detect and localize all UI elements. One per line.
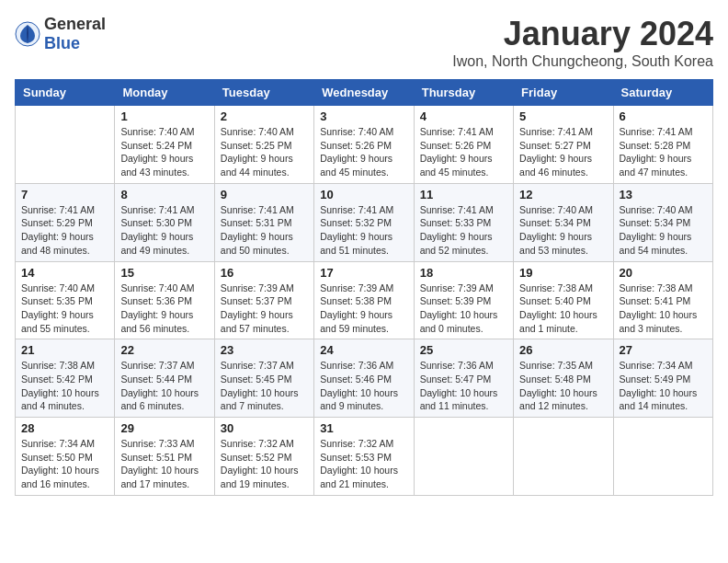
calendar-cell: 26Sunrise: 7:35 AM Sunset: 5:48 PM Dayli… — [514, 339, 613, 418]
weekday-header-tuesday: Tuesday — [214, 80, 313, 106]
logo-blue: Blue — [44, 34, 80, 52]
title-area: January 2024 Iwon, North Chungcheong, So… — [452, 15, 713, 70]
day-number: 15 — [120, 266, 208, 280]
day-info: Sunrise: 7:41 AM Sunset: 5:31 PM Dayligh… — [221, 203, 308, 258]
day-number: 19 — [519, 266, 607, 280]
day-info: Sunrise: 7:33 AM Sunset: 5:51 PM Dayligh… — [120, 437, 208, 491]
week-row-3: 14Sunrise: 7:40 AM Sunset: 5:35 PM Dayli… — [16, 261, 713, 339]
calendar-cell: 2Sunrise: 7:40 AM Sunset: 5:25 PM Daylig… — [214, 106, 313, 184]
day-info: Sunrise: 7:38 AM Sunset: 5:41 PM Dayligh… — [620, 282, 707, 336]
day-info: Sunrise: 7:40 AM Sunset: 5:26 PM Dayligh… — [320, 125, 407, 179]
day-info: Sunrise: 7:36 AM Sunset: 5:47 PM Dayligh… — [420, 359, 507, 413]
day-number: 4 — [420, 109, 507, 123]
calendar-cell — [613, 418, 712, 496]
day-number: 11 — [420, 188, 507, 201]
calendar-cell: 1Sunrise: 7:40 AM Sunset: 5:24 PM Daylig… — [115, 106, 214, 184]
day-number: 20 — [620, 266, 707, 280]
weekday-header-wednesday: Wednesday — [314, 80, 414, 106]
calendar-cell: 14Sunrise: 7:40 AM Sunset: 5:35 PM Dayli… — [16, 261, 115, 339]
day-info: Sunrise: 7:40 AM Sunset: 5:36 PM Dayligh… — [120, 282, 208, 336]
day-info: Sunrise: 7:39 AM Sunset: 5:37 PM Dayligh… — [221, 282, 308, 336]
day-info: Sunrise: 7:38 AM Sunset: 5:40 PM Dayligh… — [519, 282, 607, 336]
calendar-cell: 24Sunrise: 7:36 AM Sunset: 5:46 PM Dayli… — [314, 339, 414, 418]
day-info: Sunrise: 7:37 AM Sunset: 5:45 PM Dayligh… — [221, 359, 308, 413]
logo-icon — [15, 21, 40, 47]
day-info: Sunrise: 7:41 AM Sunset: 5:30 PM Dayligh… — [120, 203, 208, 258]
day-info: Sunrise: 7:40 AM Sunset: 5:34 PM Dayligh… — [620, 203, 707, 258]
day-number: 18 — [420, 266, 507, 280]
day-number: 2 — [221, 109, 308, 123]
calendar-cell: 19Sunrise: 7:38 AM Sunset: 5:40 PM Dayli… — [514, 261, 613, 339]
day-number: 10 — [320, 188, 407, 201]
week-row-1: 1Sunrise: 7:40 AM Sunset: 5:24 PM Daylig… — [16, 106, 713, 184]
day-number: 23 — [221, 343, 308, 357]
weekday-header-saturday: Saturday — [613, 80, 712, 106]
day-number: 17 — [320, 266, 407, 280]
calendar-cell: 25Sunrise: 7:36 AM Sunset: 5:47 PM Dayli… — [414, 339, 513, 418]
day-number: 28 — [21, 421, 108, 435]
day-info: Sunrise: 7:40 AM Sunset: 5:25 PM Dayligh… — [221, 125, 308, 179]
month-title: January 2024 — [452, 15, 713, 53]
day-number: 21 — [21, 343, 108, 357]
calendar-cell: 10Sunrise: 7:41 AM Sunset: 5:32 PM Dayli… — [314, 183, 414, 261]
weekday-header-friday: Friday — [514, 80, 613, 106]
calendar-table: SundayMondayTuesdayWednesdayThursdayFrid… — [15, 79, 713, 496]
day-info: Sunrise: 7:32 AM Sunset: 5:52 PM Dayligh… — [221, 437, 308, 491]
logo: General Blue — [15, 15, 106, 53]
day-info: Sunrise: 7:40 AM Sunset: 5:24 PM Dayligh… — [120, 125, 208, 179]
day-info: Sunrise: 7:39 AM Sunset: 5:39 PM Dayligh… — [420, 282, 507, 336]
day-number: 3 — [320, 109, 407, 123]
location-subtitle: Iwon, North Chungcheong, South Korea — [452, 53, 713, 70]
page-header: General Blue January 2024 Iwon, North Ch… — [15, 15, 713, 70]
calendar-cell: 28Sunrise: 7:34 AM Sunset: 5:50 PM Dayli… — [16, 418, 115, 496]
logo-general: General — [44, 15, 106, 33]
calendar-cell: 7Sunrise: 7:41 AM Sunset: 5:29 PM Daylig… — [16, 183, 115, 261]
calendar-cell — [16, 106, 115, 184]
week-row-2: 7Sunrise: 7:41 AM Sunset: 5:29 PM Daylig… — [16, 183, 713, 261]
weekday-header-sunday: Sunday — [16, 80, 115, 106]
calendar-cell: 3Sunrise: 7:40 AM Sunset: 5:26 PM Daylig… — [314, 106, 414, 184]
day-info: Sunrise: 7:40 AM Sunset: 5:34 PM Dayligh… — [519, 203, 607, 258]
day-number: 13 — [620, 188, 707, 201]
calendar-cell: 12Sunrise: 7:40 AM Sunset: 5:34 PM Dayli… — [514, 183, 613, 261]
day-number: 7 — [21, 188, 108, 201]
day-number: 24 — [320, 343, 407, 357]
day-number: 29 — [120, 421, 208, 435]
day-info: Sunrise: 7:41 AM Sunset: 5:32 PM Dayligh… — [320, 203, 407, 258]
calendar-cell: 4Sunrise: 7:41 AM Sunset: 5:26 PM Daylig… — [414, 106, 513, 184]
day-number: 26 — [519, 343, 607, 357]
week-row-4: 21Sunrise: 7:38 AM Sunset: 5:42 PM Dayli… — [16, 339, 713, 418]
day-number: 9 — [221, 188, 308, 201]
day-number: 8 — [120, 188, 208, 201]
calendar-cell: 30Sunrise: 7:32 AM Sunset: 5:52 PM Dayli… — [214, 418, 313, 496]
day-info: Sunrise: 7:35 AM Sunset: 5:48 PM Dayligh… — [519, 359, 607, 413]
day-number: 12 — [519, 188, 607, 201]
calendar-cell: 6Sunrise: 7:41 AM Sunset: 5:28 PM Daylig… — [613, 106, 712, 184]
weekday-header-row: SundayMondayTuesdayWednesdayThursdayFrid… — [16, 80, 713, 106]
calendar-cell: 31Sunrise: 7:32 AM Sunset: 5:53 PM Dayli… — [314, 418, 414, 496]
day-info: Sunrise: 7:34 AM Sunset: 5:50 PM Dayligh… — [21, 437, 108, 491]
calendar-cell: 9Sunrise: 7:41 AM Sunset: 5:31 PM Daylig… — [214, 183, 313, 261]
day-number: 22 — [120, 343, 208, 357]
logo-text: General Blue — [44, 15, 106, 53]
day-number: 31 — [320, 421, 407, 435]
weekday-header-monday: Monday — [115, 80, 214, 106]
calendar-cell — [414, 418, 513, 496]
calendar-cell: 22Sunrise: 7:37 AM Sunset: 5:44 PM Dayli… — [115, 339, 214, 418]
calendar-cell: 13Sunrise: 7:40 AM Sunset: 5:34 PM Dayli… — [613, 183, 712, 261]
day-info: Sunrise: 7:40 AM Sunset: 5:35 PM Dayligh… — [21, 282, 108, 336]
day-info: Sunrise: 7:37 AM Sunset: 5:44 PM Dayligh… — [120, 359, 208, 413]
day-number: 5 — [519, 109, 607, 123]
calendar-cell: 15Sunrise: 7:40 AM Sunset: 5:36 PM Dayli… — [115, 261, 214, 339]
day-info: Sunrise: 7:38 AM Sunset: 5:42 PM Dayligh… — [21, 359, 108, 413]
day-number: 30 — [221, 421, 308, 435]
week-row-5: 28Sunrise: 7:34 AM Sunset: 5:50 PM Dayli… — [16, 418, 713, 496]
calendar-cell: 20Sunrise: 7:38 AM Sunset: 5:41 PM Dayli… — [613, 261, 712, 339]
day-info: Sunrise: 7:41 AM Sunset: 5:26 PM Dayligh… — [420, 125, 507, 179]
calendar-cell: 21Sunrise: 7:38 AM Sunset: 5:42 PM Dayli… — [16, 339, 115, 418]
calendar-cell: 23Sunrise: 7:37 AM Sunset: 5:45 PM Dayli… — [214, 339, 313, 418]
day-number: 1 — [120, 109, 208, 123]
calendar-cell: 18Sunrise: 7:39 AM Sunset: 5:39 PM Dayli… — [414, 261, 513, 339]
day-info: Sunrise: 7:39 AM Sunset: 5:38 PM Dayligh… — [320, 282, 407, 336]
day-info: Sunrise: 7:34 AM Sunset: 5:49 PM Dayligh… — [620, 359, 707, 413]
